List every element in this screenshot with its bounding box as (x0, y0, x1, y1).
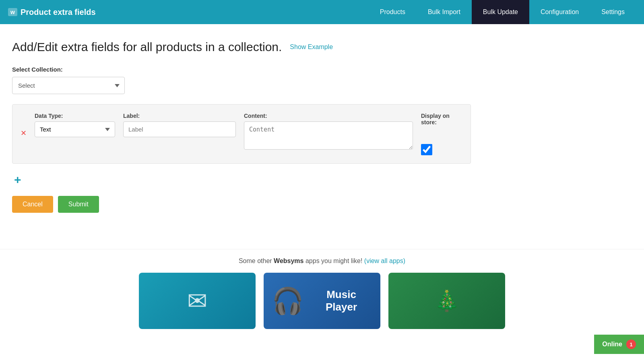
content-label: Content: (244, 113, 413, 119)
add-field-button[interactable]: + (12, 172, 23, 188)
headphone-icon: 🎧 (272, 286, 304, 316)
display-on-store-group: Display on store: (421, 113, 462, 155)
data-type-select[interactable]: Text Number Date URL Multiline Text (35, 121, 115, 137)
main-content: Add/Edit extra fields for all products i… (0, 24, 483, 249)
online-badge[interactable]: Online 1 (594, 335, 644, 337)
data-type-label: Data Type: (35, 113, 115, 119)
music-player-label: Music Player (310, 288, 372, 313)
label-input[interactable] (123, 121, 236, 137)
cancel-button[interactable]: Cancel (12, 196, 53, 213)
promo-app-email[interactable]: ✉ (139, 273, 256, 329)
promo-apps-container: ✉ 🎧 Music Player 🎄 (12, 273, 632, 329)
display-on-store-checkbox[interactable] (421, 144, 432, 155)
action-buttons: Cancel Submit (12, 196, 471, 213)
third-app-icon: 🎄 (434, 289, 459, 313)
content-group: Content: (244, 113, 413, 150)
label-label: Label: (123, 113, 236, 119)
app-logo: w Product extra fields (8, 8, 369, 17)
nav-bulk-import[interactable]: Bulk Import (417, 0, 472, 24)
label-group: Label: (123, 113, 236, 137)
nav-bulk-update[interactable]: Bulk Update (472, 0, 529, 24)
logo-w-icon: w (8, 8, 17, 16)
data-type-group: Data Type: Text Number Date URL Multilin… (35, 113, 115, 137)
promo-text: Some other Websyms apps you might like! … (12, 257, 632, 265)
promo-app-music-player[interactable]: 🎧 Music Player (264, 273, 380, 329)
header: w Product extra fields Products Bulk Imp… (0, 0, 644, 24)
app-title: Product extra fields (21, 8, 96, 17)
header-nav: Products Bulk Import Bulk Update Configu… (369, 0, 636, 24)
submit-button[interactable]: Submit (58, 196, 99, 213)
nav-configuration[interactable]: Configuration (529, 0, 590, 24)
nav-products[interactable]: Products (369, 0, 417, 24)
view-all-apps-link[interactable]: (view all apps) (364, 257, 405, 264)
content-textarea[interactable] (244, 121, 413, 150)
promo-brand: Websyms (274, 257, 303, 264)
delete-field-button[interactable]: ✕ (21, 130, 27, 137)
promo-app-third[interactable]: 🎄 (388, 273, 505, 329)
promo-section: Some other Websyms apps you might like! … (0, 249, 644, 337)
collection-select[interactable]: Select Collection 1 Collection 2 (12, 77, 125, 94)
page-title: Add/Edit extra fields for all products i… (12, 40, 471, 54)
email-icon: ✉ (187, 287, 207, 315)
show-example-link[interactable]: Show Example (290, 43, 333, 51)
select-collection-label: Select Collection: (12, 66, 471, 73)
nav-settings[interactable]: Settings (590, 0, 636, 24)
display-on-store-label: Display on store: (421, 113, 462, 125)
field-row: ✕ Data Type: Text Number Date URL Multil… (12, 104, 471, 164)
